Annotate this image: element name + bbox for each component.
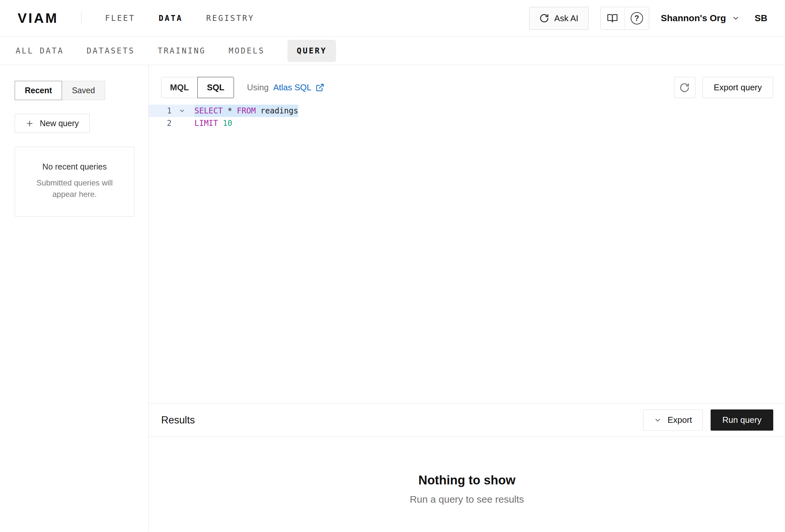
- atlas-sql-label: Atlas SQL: [273, 82, 311, 92]
- saved-tab[interactable]: Saved: [62, 81, 105, 100]
- no-recent-queries-title: No recent queries: [24, 162, 125, 171]
- org-name: Shannon's Org: [661, 13, 726, 24]
- plus-icon: [25, 119, 34, 128]
- using-label: Using: [247, 82, 269, 92]
- sql-editor[interactable]: 1 SELECT * FROM readings 2 LIMIT 10: [149, 105, 785, 403]
- docs-button[interactable]: [601, 7, 625, 29]
- code-text-line-1: SELECT * FROM readings: [195, 105, 298, 117]
- code-text-line-2: LIMIT 10: [195, 117, 232, 129]
- viam-logo[interactable]: VIAM: [18, 10, 58, 26]
- query-toolbar: MQL SQL Using Atlas SQL Export q: [149, 65, 785, 98]
- using-atlas-sql: Using Atlas SQL: [247, 82, 324, 92]
- query-sidebar: Recent Saved New query No recent queries…: [0, 65, 149, 532]
- app-header: VIAM FLEET DATA REGISTRY Ask AI ? Shanno…: [0, 0, 785, 37]
- refresh-icon: [679, 82, 690, 93]
- run-query-button[interactable]: Run query: [711, 409, 773, 431]
- header-right: Ask AI ? Shannon's Org SB: [529, 7, 767, 30]
- tab-datasets[interactable]: DATASETS: [87, 46, 135, 55]
- sql-identifier: readings: [256, 106, 298, 115]
- nav-fleet[interactable]: FLEET: [105, 14, 135, 23]
- refresh-query-button[interactable]: [674, 77, 695, 98]
- atlas-sql-link[interactable]: Atlas SQL: [273, 82, 324, 92]
- avatar[interactable]: SB: [755, 13, 767, 24]
- chevron-down-icon: [654, 416, 662, 424]
- no-recent-queries-subtitle: Submitted queries will appear here.: [24, 177, 125, 200]
- question-mark-icon: ?: [631, 12, 643, 24]
- external-link-icon: [315, 83, 324, 92]
- line-number-1: 1: [149, 105, 172, 117]
- fold-chevron-icon[interactable]: [172, 108, 193, 114]
- tab-training[interactable]: TRAINING: [158, 46, 206, 55]
- new-query-label: New query: [40, 119, 79, 128]
- nothing-to-show-subtitle: Run a query to see results: [149, 494, 785, 505]
- mql-mode-button[interactable]: MQL: [161, 77, 198, 98]
- export-results-button[interactable]: Export: [643, 409, 703, 431]
- query-mode-toggle: MQL SQL: [161, 77, 234, 98]
- gutter-line-2: 2: [149, 117, 195, 129]
- sql-space: [218, 119, 223, 128]
- export-results-label: Export: [667, 415, 692, 425]
- main-area: Recent Saved New query No recent queries…: [0, 65, 785, 532]
- code-line-1[interactable]: 1 SELECT * FROM readings: [149, 105, 785, 117]
- code-line-2[interactable]: 2 LIMIT 10: [149, 117, 785, 129]
- nothing-to-show-title: Nothing to show: [149, 473, 785, 487]
- ask-ai-icon: [539, 14, 549, 23]
- results-title: Results: [161, 414, 195, 426]
- recent-tab[interactable]: Recent: [15, 81, 62, 100]
- sql-operator: *: [223, 106, 237, 115]
- line-number-2: 2: [149, 117, 172, 129]
- recent-saved-toggle: Recent Saved: [15, 81, 105, 100]
- sql-number: 10: [223, 119, 232, 128]
- ask-ai-label: Ask AI: [554, 14, 579, 24]
- ask-ai-button[interactable]: Ask AI: [529, 7, 589, 30]
- new-query-button[interactable]: New query: [15, 114, 90, 133]
- query-content: MQL SQL Using Atlas SQL Export q: [149, 65, 785, 532]
- sql-keyword: SELECT: [195, 106, 223, 115]
- nav-registry[interactable]: REGISTRY: [206, 14, 254, 23]
- nav-data[interactable]: DATA: [158, 14, 183, 23]
- gutter-line-1: 1: [149, 105, 195, 117]
- chevron-down-icon: [732, 14, 740, 22]
- book-icon: [607, 13, 618, 24]
- query-toolbar-right: Export query: [674, 77, 773, 98]
- sql-keyword: FROM: [237, 106, 256, 115]
- sql-keyword: LIMIT: [195, 119, 218, 128]
- org-switcher[interactable]: Shannon's Org: [661, 13, 740, 24]
- no-recent-queries-box: No recent queries Submitted queries will…: [15, 147, 134, 217]
- help-button[interactable]: ?: [625, 7, 649, 29]
- results-bar: Results Export Run query: [149, 403, 785, 437]
- results-empty-state: Nothing to show Run a query to see resul…: [149, 437, 785, 532]
- export-query-button[interactable]: Export query: [703, 77, 773, 98]
- top-nav: FLEET DATA REGISTRY: [105, 14, 254, 23]
- tab-all-data[interactable]: ALL DATA: [16, 46, 64, 55]
- tab-models[interactable]: MODELS: [229, 46, 265, 55]
- sql-mode-button[interactable]: SQL: [197, 77, 234, 98]
- help-group: ?: [600, 7, 649, 30]
- tab-query[interactable]: QUERY: [287, 40, 336, 62]
- data-subnav: ALL DATA DATASETS TRAINING MODELS QUERY: [0, 37, 785, 65]
